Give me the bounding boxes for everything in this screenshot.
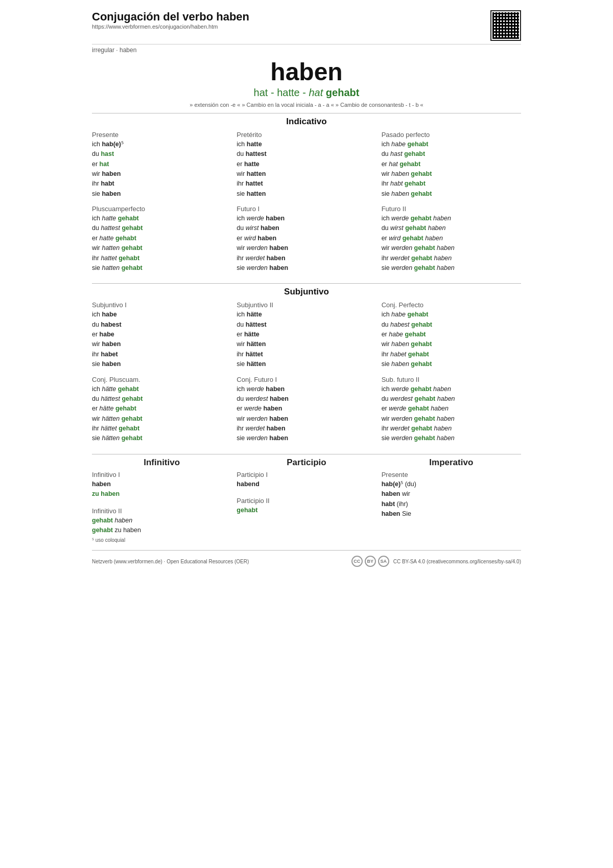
bottom-divider [92,454,521,454]
inf1-row-2: zu haben [92,489,231,499]
indicativo-grid: Presente ich hab(e)⁵ du hast er hat wir … [92,131,521,280]
conj-fut1-row-5: ihr werdet haben [237,424,376,433]
conj-fut1-row-4: wir werden haben [237,414,376,424]
futuro2-row-5: ihr werdet gehabt haben [382,254,521,263]
pasado-perfecto-block: Pasado perfecto ich habe gehabt du hast … [382,131,521,199]
sub-fut2-row-6: sie werden gehabt haben [382,433,521,443]
sub-futuro2-block: Sub. futuro II ich werde gehabt haben du… [382,376,521,444]
subj2-row-1: ich hätte [237,310,376,319]
preterito-row-5: ihr hattet [237,179,376,189]
futuro1-row-5: ihr werdet haben [237,254,376,263]
form-hat-gehabt: hat gehabt [309,87,359,98]
conj-perf-row-3: er habe gehabt [382,330,521,339]
subjuntivo-header: Subjuntivo [92,287,521,297]
sub-fut2-row-3: er werde gehabt haben [382,404,521,414]
presente-row-6: sie haben [92,189,231,199]
subj2-block: Subjuntivo II ich hätte du hättest er hä… [237,301,376,369]
pasado-row-3: er hat gehabt [382,159,521,169]
page-header: Conjugación del verbo haben https://www.… [92,10,521,44]
presente-title: Presente [92,131,231,139]
subj1-row-6: sie haben [92,359,231,369]
pasado-row-2: du hast gehabt [382,149,521,159]
part1-row-1: habend [237,479,376,489]
presente-row-5: ihr habt [92,179,231,189]
subj1-row-3: er habe [92,330,231,339]
futuro2-title: Futuro II [382,205,521,213]
futuro1-row-6: sie werden haben [237,263,376,273]
conj-pluscuam-block: Conj. Pluscuam. ich hätte gehabt du hätt… [92,376,231,444]
cc-icons: CC BY SA [351,556,389,567]
futuro1-block: Futuro I ich werde haben du wirst haben … [237,205,376,273]
conj-plus-row-2: du hättest gehabt [92,394,231,404]
form-hat: hat [254,87,268,98]
form-hatte: hatte [277,87,299,98]
pluscuam-row-3: er hatte gehabt [92,234,231,243]
conj-perf-row-5: ihr habet gehabt [382,350,521,359]
preterito-row-2: du hattest [237,149,376,159]
presente-block: Presente ich hab(e)⁵ du hast er hat wir … [92,131,231,199]
cc-icon: CC [351,556,363,567]
conj-futuro1-block: Conj. Futuro I ich werde haben du werdes… [237,376,376,444]
form-separator1: - [271,87,277,98]
conj-plus-row-4: wir hätten gehabt [92,414,231,424]
futuro1-title: Futuro I [237,205,376,213]
footer-left: Netzverb (www.verbformen.de) · Open Educ… [92,559,249,564]
sub-futuro2-title: Sub. futuro II [382,376,521,383]
futuro2-block: Futuro II ich werde gehabt haben du wirs… [382,205,521,273]
futuro2-row-2: du wirst gehabt haben [382,223,521,233]
qr-code [490,10,521,41]
conj-perf-row-2: du habest gehabt [382,320,521,330]
futuro2-row-4: wir werden gehabt haben [382,243,521,253]
conj-pluscuam-title: Conj. Pluscuam. [92,376,231,383]
preterito-row-4: wir hatten [237,169,376,179]
inf1-title: Infinitivo I [92,471,231,478]
pasado-row-5: ihr habt gehabt [382,179,521,189]
subjuntivo-divider [92,283,521,284]
subj2-row-4: wir hätten [237,339,376,349]
preterito-title: Pretérito [237,131,376,139]
conj-plus-row-3: er hätte gehabt [92,404,231,414]
conj-perf-row-4: wir haben gehabt [382,339,521,349]
inf2-row-1: gehabt haben [92,516,231,526]
conj-perf-row-1: ich habe gehabt [382,310,521,319]
sub-fut2-row-2: du werdest gehabt haben [382,394,521,404]
imper-row-3: habt (ihr) [382,499,521,509]
subj2-row-6: sie hätten [237,359,376,369]
part2-row-1: gehabt [237,506,376,515]
pluscuam-row-5: ihr hattet gehabt [92,254,231,263]
page-title: Conjugación del verbo haben [92,10,249,24]
pasado-row-4: wir haben gehabt [382,169,521,179]
footnote: ⁵ uso coloquial [92,537,521,543]
subj1-row-4: wir haben [92,339,231,349]
subj2-row-2: du hättest [237,320,376,330]
participio-section: Participio Participio I habend Participi… [237,458,376,536]
indicativo-divider [92,113,521,113]
imper-row-2: haben wir [382,489,521,499]
conj-futuro1-title: Conj. Futuro I [237,376,376,383]
inf1-row-1: haben [92,479,231,489]
part1-title: Participio I [237,471,376,478]
pluscuam-block: Pluscuamperfecto ich hatte gehabt du hat… [92,205,231,273]
conj-plus-row-5: ihr hättet gehabt [92,424,231,433]
pluscuam-row-1: ich hatte gehabt [92,214,231,223]
pasado-row-6: sie haben gehabt [382,189,521,199]
subjuntivo-grid: Subjuntivo I ich habe du habest er habe … [92,301,521,450]
subj2-row-5: ihr hättet [237,350,376,359]
sub-fut2-row-1: ich werde gehabt haben [382,384,521,394]
preterito-row-1: ich hatte [237,140,376,149]
futuro1-row-3: er wird haben [237,234,376,243]
imperativo-section: Imperativo Presente hab(e)⁵ (du) haben w… [382,458,521,536]
pluscuam-row-4: wir hatten gehabt [92,243,231,253]
preterito-block: Pretérito ich hatte du hattest er hatte … [237,131,376,199]
footer-right: CC BY-SA 4.0 (creativecommons.org/licens… [393,559,521,564]
futuro1-row-2: du wirst haben [237,223,376,233]
header-url: https://www.verbformen.es/conjugacion/ha… [92,24,249,30]
presente-row-3: er hat [92,159,231,169]
preterito-row-3: er hatte [237,159,376,169]
subj1-block: Subjuntivo I ich habe du habest er habe … [92,301,231,369]
subj2-row-3: er hätte [237,330,376,339]
inf2-row-2: gehabt zu haben [92,526,231,535]
conj-plus-row-1: ich hätte gehabt [92,384,231,394]
futuro1-row-1: ich werde haben [237,214,376,223]
conj-perf-row-6: sie haben gehabt [382,359,521,369]
